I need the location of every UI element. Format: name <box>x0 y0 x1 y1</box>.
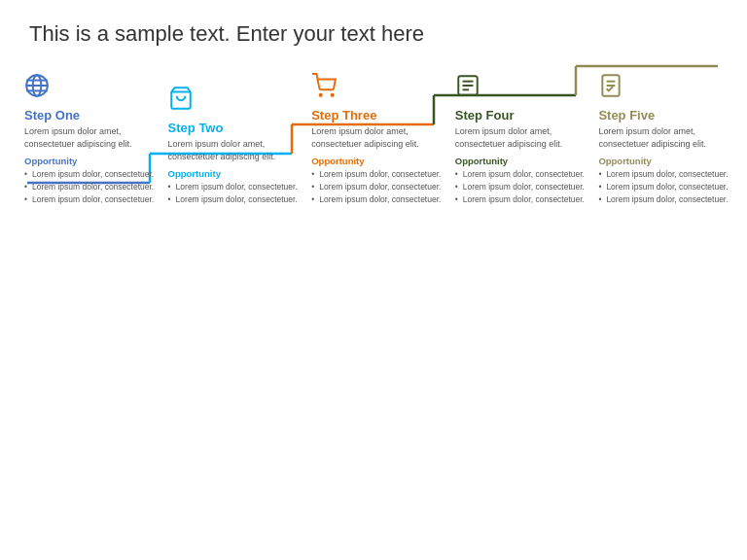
step-3-title: Step Three <box>311 108 445 122</box>
svg-point-16 <box>332 94 334 96</box>
list-item: Lorem ipsum dolor, consectetuer. <box>168 194 302 205</box>
step-3-icon-area <box>311 63 445 102</box>
basket-icon <box>168 86 194 115</box>
step-1-content: Step One Lorem ipsum dolor amet, consect… <box>24 108 159 207</box>
step-2-opportunity-label: Opportunity <box>168 168 302 179</box>
list-item: Lorem ipsum dolor, consectetuer. <box>24 169 159 180</box>
step-5-content: Step Five Lorem ipsum dolor amet, consec… <box>598 108 732 207</box>
list-icon <box>455 73 480 102</box>
list-item: Lorem ipsum dolor, consectetuer. <box>455 194 589 205</box>
step-5-icon-area <box>598 63 732 102</box>
step-1-block: Step One Lorem ipsum dolor amet, consect… <box>19 63 163 207</box>
step-1-body: Lorem ipsum dolor amet, consectetuer adi… <box>24 125 159 150</box>
step-3-opportunity-label: Opportunity <box>311 156 445 166</box>
checklist-icon <box>598 73 623 102</box>
list-item: Lorem ipsum dolor, consectetuer. <box>24 182 159 192</box>
list-item: Lorem ipsum dolor, consectetuer. <box>598 169 732 180</box>
list-item: Lorem ipsum dolor, consectetuer. <box>311 182 445 192</box>
step-5-title: Step Five <box>598 108 732 122</box>
step-4-content: Step Four Lorem ipsum dolor amet, consec… <box>455 108 589 207</box>
list-item: Lorem ipsum dolor, consectetuer. <box>598 182 732 192</box>
step-2-block: Step Two Lorem ipsum dolor amet, consect… <box>163 76 307 207</box>
list-item: Lorem ipsum dolor, consectetuer. <box>24 194 159 205</box>
step-2-title: Step Two <box>168 121 302 135</box>
step-3-content: Step Three Lorem ipsum dolor amet, conse… <box>311 108 445 207</box>
list-item: Lorem ipsum dolor, consectetuer. <box>455 182 589 192</box>
svg-point-15 <box>320 94 322 96</box>
step-5-bullets: Lorem ipsum dolor, consectetuer. Lorem i… <box>598 169 732 205</box>
step-2-content: Step Two Lorem ipsum dolor amet, consect… <box>168 121 302 207</box>
step-1-opportunity-label: Opportunity <box>24 156 159 166</box>
step-1-icon-area <box>24 63 159 102</box>
list-item: Lorem ipsum dolor, consectetuer. <box>168 182 302 192</box>
list-item: Lorem ipsum dolor, consectetuer. <box>598 194 732 205</box>
step-1-title: Step One <box>24 108 159 122</box>
list-item: Lorem ipsum dolor, consectetuer. <box>311 169 445 180</box>
step-3-body: Lorem ipsum dolor amet, consectetuer adi… <box>311 125 445 150</box>
step-4-block: Step Four Lorem ipsum dolor amet, consec… <box>450 63 594 207</box>
step-1-bullets: Lorem ipsum dolor, consectetuer. Lorem i… <box>24 169 159 205</box>
step-5-opportunity-label: Opportunity <box>598 156 732 166</box>
step-4-icon-area <box>455 63 589 102</box>
globe-icon <box>24 73 50 102</box>
cart-icon <box>311 73 337 102</box>
page-title: This is a sample text. Enter your text h… <box>0 0 747 47</box>
step-2-body: Lorem ipsum dolor amet, consectetuer adi… <box>168 138 302 162</box>
list-item: Lorem ipsum dolor, consectetuer. <box>311 194 445 205</box>
step-2-bullets: Lorem ipsum dolor, consectetuer. Lorem i… <box>168 182 302 205</box>
step-4-body: Lorem ipsum dolor amet, consectetuer adi… <box>455 125 589 150</box>
step-4-opportunity-label: Opportunity <box>455 156 589 166</box>
step-3-bullets: Lorem ipsum dolor, consectetuer. Lorem i… <box>311 169 445 205</box>
step-3-block: Step Three Lorem ipsum dolor amet, conse… <box>306 63 450 207</box>
step-5-block: Step Five Lorem ipsum dolor amet, consec… <box>593 63 737 207</box>
step-4-bullets: Lorem ipsum dolor, consectetuer. Lorem i… <box>455 169 589 205</box>
step-2-icon-area <box>168 76 302 115</box>
step-4-title: Step Four <box>455 108 589 122</box>
step-5-body: Lorem ipsum dolor amet, consectetuer adi… <box>598 125 732 150</box>
steps-container: Step One Lorem ipsum dolor amet, consect… <box>19 63 737 207</box>
list-item: Lorem ipsum dolor, consectetuer. <box>455 169 589 180</box>
